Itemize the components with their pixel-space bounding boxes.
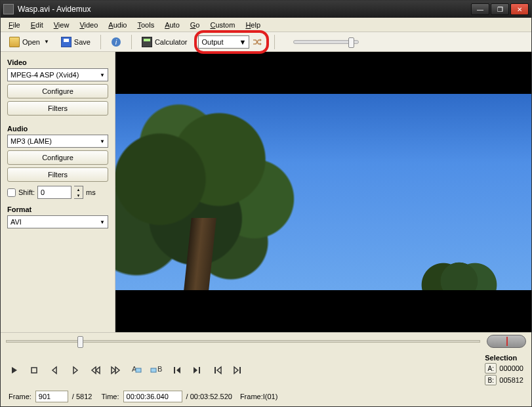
calculator-button[interactable]: Calculator (137, 34, 192, 50)
frame-total: / 5812 (72, 393, 92, 400)
svg-rect-7 (174, 367, 175, 374)
frame-type: Frame:I(01) (240, 393, 277, 400)
selection-b-value: 005812 (499, 376, 523, 384)
chevron-down-icon: ▼ (100, 72, 105, 78)
audio-shift-input[interactable]: 0 (37, 186, 72, 199)
audio-codec-value: MP3 (LAME) (10, 137, 52, 145)
selection-a-badge[interactable]: A: (485, 363, 497, 374)
folder-open-icon (9, 37, 20, 47)
first-frame-button[interactable] (171, 364, 183, 376)
menu-file[interactable]: File (3, 20, 26, 30)
time-input[interactable] (123, 391, 182, 402)
svg-rect-9 (215, 367, 216, 374)
maximize-button[interactable]: ❐ (491, 3, 509, 15)
audio-section-label: Audio (7, 125, 108, 133)
shuffle-icon[interactable] (252, 37, 262, 47)
window-title: Wasp.avi - Avidemux (18, 5, 471, 14)
menu-tools[interactable]: Tools (132, 20, 159, 30)
tree-canopy (115, 100, 325, 290)
transport-bar: A B Selection A: 000000 B: 00581 (6, 353, 526, 391)
toolbar: Open ▼ Save i Calculator Output ▼ (1, 32, 531, 52)
save-button[interactable]: Save (56, 34, 95, 50)
audio-shift-unit: ms (86, 188, 96, 196)
menu-go[interactable]: Go (185, 20, 205, 30)
play-button[interactable] (9, 364, 20, 376)
next-black-frame-button[interactable] (232, 364, 243, 376)
app-window: Wasp.avi - Avidemux — ❐ ✕ File Edit View… (0, 0, 532, 407)
open-label: Open (22, 38, 40, 46)
info-icon: i (111, 37, 121, 47)
info-button[interactable]: i (106, 34, 126, 50)
volume-slider[interactable] (293, 40, 359, 44)
seek-slider[interactable] (6, 340, 480, 343)
chevron-down-icon: ▼ (100, 139, 105, 144)
last-frame-button[interactable] (191, 364, 203, 376)
chevron-down-icon: ▼ (100, 219, 105, 225)
svg-rect-2 (31, 368, 37, 373)
svg-rect-10 (239, 367, 241, 374)
prev-black-frame-button[interactable] (212, 364, 224, 376)
selection-panel: Selection A: 000000 B: 005812 (485, 354, 523, 387)
selection-a-value: 000000 (499, 364, 523, 372)
audio-shift-label: Shift: (18, 188, 35, 196)
chevron-down-icon: ▼ (44, 39, 49, 45)
letterbox-bottom (115, 290, 531, 332)
menu-help[interactable]: Help (240, 20, 266, 30)
output-selected-label: Output (201, 38, 223, 46)
slider-thumb[interactable] (348, 37, 354, 48)
selection-label: Selection (485, 354, 523, 362)
svg-rect-8 (199, 367, 200, 374)
menu-custom[interactable]: Custom (205, 20, 240, 30)
video-codec-value: MPEG-4 ASP (Xvid4) (10, 71, 79, 79)
open-button[interactable]: Open ▼ (5, 34, 54, 50)
prev-keyframe-button[interactable] (90, 364, 102, 376)
separator (100, 35, 101, 49)
menu-view[interactable]: View (49, 20, 75, 30)
svg-rect-4 (136, 368, 141, 372)
audio-configure-button[interactable]: Configure (7, 150, 108, 165)
stop-button[interactable] (28, 364, 40, 376)
close-button[interactable]: ✕ (510, 3, 529, 15)
set-marker-a-button[interactable]: A (131, 364, 142, 376)
floppy-disk-icon (61, 37, 72, 47)
minimize-button[interactable]: — (471, 3, 489, 15)
separator (274, 35, 275, 49)
video-filters-button[interactable]: Filters (7, 101, 108, 116)
app-icon (3, 4, 14, 14)
svg-text:B: B (157, 366, 162, 373)
audio-shift-checkbox[interactable] (7, 188, 16, 197)
next-frame-button[interactable] (69, 364, 81, 376)
next-keyframe-button[interactable] (110, 364, 121, 376)
menu-auto[interactable]: Auto (159, 20, 185, 30)
menu-video[interactable]: Video (74, 20, 103, 30)
separator (131, 35, 132, 49)
background-bush (420, 257, 499, 290)
format-container-select[interactable]: AVI ▼ (7, 215, 108, 228)
time-total: / 00:03:52.520 (186, 393, 232, 400)
svg-rect-5 (151, 368, 156, 372)
output-preview-select[interactable]: Output ▼ (198, 35, 249, 49)
prev-frame-button[interactable] (49, 364, 61, 376)
set-marker-b-button[interactable]: B (150, 364, 162, 376)
audio-shift-value: 0 (41, 188, 45, 196)
audio-codec-select[interactable]: MP3 (LAME) ▼ (7, 135, 108, 148)
audio-shift-spinner[interactable]: ▲▼ (74, 186, 83, 199)
audio-filters-button[interactable]: Filters (7, 167, 108, 182)
menu-audio[interactable]: Audio (103, 20, 132, 30)
main-area: Video MPEG-4 ASP (Xvid4) ▼ Configure Fil… (1, 52, 531, 332)
video-configure-button[interactable]: Configure (7, 84, 108, 98)
letterbox-top (115, 52, 531, 94)
chevron-down-icon: ▼ (239, 38, 247, 46)
menu-edit[interactable]: Edit (26, 20, 49, 30)
chevron-up-icon: ▲ (74, 186, 83, 192)
bottom-panel: A B Selection A: 000000 B: 00581 (1, 332, 531, 406)
jog-wheel[interactable] (487, 335, 526, 348)
frame-input[interactable] (35, 391, 68, 402)
menu-bar: File Edit View Video Audio Tools Auto Go… (1, 18, 531, 32)
selection-b-badge[interactable]: B: (485, 375, 497, 385)
video-codec-select[interactable]: MPEG-4 ASP (Xvid4) ▼ (7, 68, 108, 81)
chevron-down-icon: ▼ (74, 192, 83, 198)
output-highlight-callout: Output ▼ (194, 30, 269, 54)
format-section-label: Format (7, 205, 108, 213)
seek-thumb[interactable] (77, 336, 83, 348)
